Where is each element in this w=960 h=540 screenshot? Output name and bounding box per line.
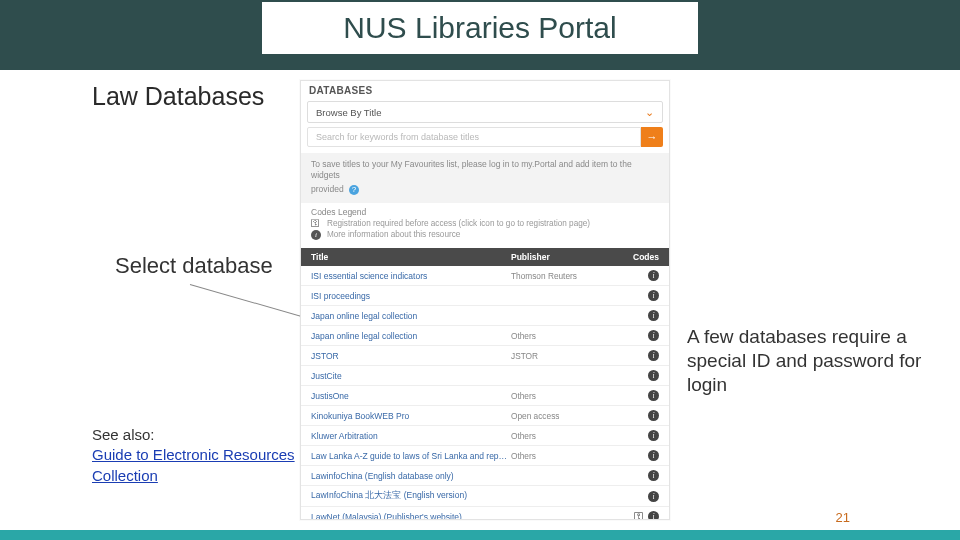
section-heading: Law Databases xyxy=(92,82,264,111)
table-header: Title Publisher Codes xyxy=(301,248,669,266)
legend-title: Codes Legend xyxy=(311,207,659,217)
db-codes: i xyxy=(611,410,669,421)
db-publisher: Others xyxy=(511,391,611,401)
db-title-link[interactable]: LawInfoChina 北大法宝 (English version) xyxy=(301,490,511,502)
info-icon[interactable]: i xyxy=(648,450,659,461)
legend-row-registration: ⚿ Registration required before access (c… xyxy=(311,219,659,228)
panel-heading: DATABASES xyxy=(301,81,669,100)
info-icon[interactable]: i xyxy=(648,290,659,301)
db-title-link[interactable]: LawNet (Malaysia) (Publisher's website) xyxy=(301,512,511,520)
table-row: Law Lanka A-Z guide to laws of Sri Lanka… xyxy=(301,446,669,466)
db-title-link[interactable]: Japan online legal collection xyxy=(301,331,511,341)
db-title-link[interactable]: JSTOR xyxy=(301,351,511,361)
info-icon[interactable]: i xyxy=(648,330,659,341)
legend-row-info: i More information about this resource xyxy=(311,230,659,240)
db-title-link[interactable]: Kinokuniya BookWEB Pro xyxy=(301,411,511,421)
table-row: ISI proceedingsi xyxy=(301,286,669,306)
see-also-link-line2[interactable]: Collection xyxy=(92,467,158,484)
search-placeholder: Search for keywords from database titles xyxy=(316,132,479,142)
key-icon[interactable]: ⚿ xyxy=(634,511,644,520)
info-icon[interactable]: i xyxy=(648,350,659,361)
table-row: Japan online legal collectionOthersi xyxy=(301,326,669,346)
table-row: Japan online legal collectioni xyxy=(301,306,669,326)
arrow-right-icon: → xyxy=(647,131,658,143)
bottom-accent-bar xyxy=(0,530,960,540)
info-icon[interactable]: i xyxy=(648,410,659,421)
db-codes: ⚿i xyxy=(611,511,669,520)
info-icon[interactable]: i xyxy=(648,310,659,321)
db-title-link[interactable]: ISI proceedings xyxy=(301,291,511,301)
slide-title: NUS Libraries Portal xyxy=(343,11,616,45)
browse-by-title-select[interactable]: Browse By Title ⌄ xyxy=(307,101,663,123)
db-publisher: Open access xyxy=(511,411,611,421)
db-codes: i xyxy=(611,310,669,321)
annotation-select-database: Select database xyxy=(115,253,273,279)
info-icon[interactable]: i xyxy=(648,370,659,381)
info-icon[interactable]: i xyxy=(648,511,659,520)
table-row: JSTORJSTORi xyxy=(301,346,669,366)
db-publisher: Others xyxy=(511,451,611,461)
info-icon[interactable]: i xyxy=(648,491,659,502)
db-title-link[interactable]: Kluwer Arbitration xyxy=(301,431,511,441)
col-title: Title xyxy=(301,252,511,262)
db-title-link[interactable]: LawinfoChina (English database only) xyxy=(301,471,511,481)
legend-reg-text: Registration required before access (cli… xyxy=(327,219,590,228)
table-row: JustCitei xyxy=(301,366,669,386)
db-title-link[interactable]: Japan online legal collection xyxy=(301,311,511,321)
info-icon[interactable]: i xyxy=(648,270,659,281)
db-publisher: Others xyxy=(511,431,611,441)
key-icon: ⚿ xyxy=(311,219,321,228)
db-publisher: Thomson Reuters xyxy=(511,271,611,281)
slide-title-plate: NUS Libraries Portal xyxy=(260,0,700,56)
chevron-down-icon: ⌄ xyxy=(645,106,654,119)
info-icon[interactable]: i xyxy=(648,390,659,401)
databases-panel: DATABASES Browse By Title ⌄ Search for k… xyxy=(300,80,670,520)
favourites-note: To save titles to your My Favourites lis… xyxy=(301,153,669,203)
fav-note-line2: provided xyxy=(311,184,344,194)
table-row: ISI essential science indicatorsThomson … xyxy=(301,266,669,286)
info-icon[interactable]: i xyxy=(648,430,659,441)
page-number: 21 xyxy=(836,510,850,525)
table-body: ISI essential science indicatorsThomson … xyxy=(301,266,669,520)
db-publisher: Others xyxy=(511,331,611,341)
db-title-link[interactable]: JustCite xyxy=(301,371,511,381)
browse-row: Browse By Title ⌄ xyxy=(307,101,663,123)
col-publisher: Publisher xyxy=(511,252,611,262)
db-title-link[interactable]: ISI essential science indicators xyxy=(301,271,511,281)
search-button[interactable]: → xyxy=(641,127,663,147)
slide: NUS Libraries Portal Law Databases Selec… xyxy=(0,0,960,540)
see-also-link-line1[interactable]: Guide to Electronic Resources xyxy=(92,446,295,463)
db-codes: i xyxy=(611,290,669,301)
table-row: LawInfoChina 北大法宝 (English version)i xyxy=(301,486,669,507)
col-codes: Codes xyxy=(611,252,669,262)
search-row: Search for keywords from database titles… xyxy=(307,127,663,147)
db-codes: i xyxy=(611,491,669,502)
table-row: JustisOneOthersi xyxy=(301,386,669,406)
help-icon[interactable]: ? xyxy=(349,185,359,195)
table-row: LawinfoChina (English database only)i xyxy=(301,466,669,486)
db-codes: i xyxy=(611,330,669,341)
db-codes: i xyxy=(611,450,669,461)
db-codes: i xyxy=(611,470,669,481)
info-icon: i xyxy=(311,230,321,240)
db-title-link[interactable]: JustisOne xyxy=(301,391,511,401)
db-codes: i xyxy=(611,350,669,361)
db-codes: i xyxy=(611,270,669,281)
annotation-login-note: A few databases require a special ID and… xyxy=(687,325,927,396)
see-also-block: See also: Guide to Electronic Resources … xyxy=(92,425,295,486)
fav-note-line1: To save titles to your My Favourites lis… xyxy=(311,159,659,182)
db-publisher: JSTOR xyxy=(511,351,611,361)
db-title-link[interactable]: Law Lanka A-Z guide to laws of Sri Lanka… xyxy=(301,451,511,461)
db-codes: i xyxy=(611,370,669,381)
search-input[interactable]: Search for keywords from database titles xyxy=(307,127,641,147)
legend-info-text: More information about this resource xyxy=(327,230,460,239)
see-also-prefix: See also: xyxy=(92,426,155,443)
info-icon[interactable]: i xyxy=(648,470,659,481)
browse-label: Browse By Title xyxy=(316,107,381,118)
table-row: LawNet (Malaysia) (Publisher's website)⚿… xyxy=(301,507,669,520)
table-row: Kinokuniya BookWEB ProOpen accessi xyxy=(301,406,669,426)
db-codes: i xyxy=(611,430,669,441)
table-row: Kluwer ArbitrationOthersi xyxy=(301,426,669,446)
db-codes: i xyxy=(611,390,669,401)
codes-legend: Codes Legend ⚿ Registration required bef… xyxy=(301,203,669,244)
